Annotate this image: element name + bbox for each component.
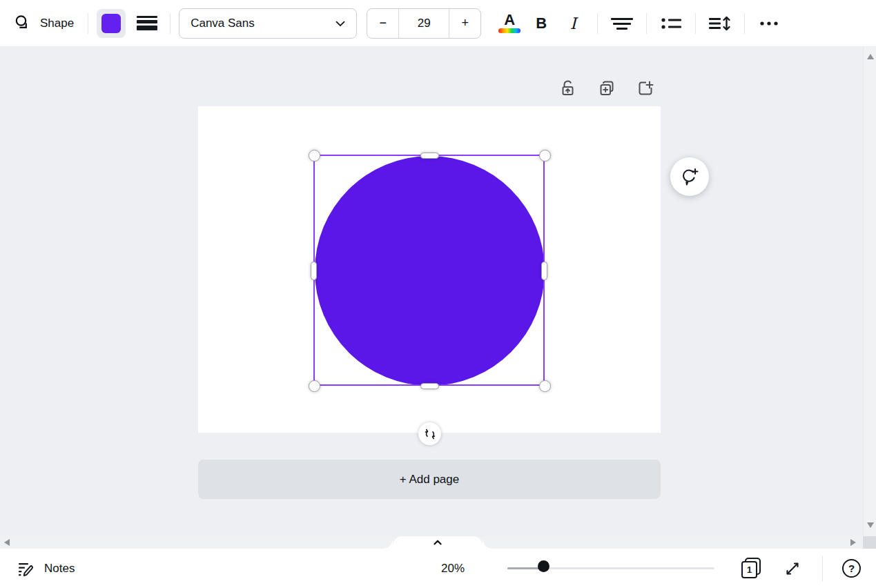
- top-toolbar: Shape Canva Sans − 29 + A B I: [0, 0, 876, 47]
- duplicate-page-icon: [598, 79, 616, 97]
- unlock-icon: [559, 79, 577, 97]
- border-weight-button[interactable]: [133, 8, 162, 39]
- resize-handle-top-left[interactable]: [309, 150, 320, 161]
- canvas-area[interactable]: + Add page: [0, 47, 876, 549]
- page-count-button[interactable]: 1: [740, 556, 763, 580]
- duplicate-page-button[interactable]: [598, 79, 616, 97]
- zoom-percent-label: 20%: [441, 562, 465, 576]
- scroll-down-icon[interactable]: [867, 522, 874, 528]
- toolbar-divider: [170, 13, 171, 34]
- toolbar-divider: [597, 13, 598, 34]
- help-button[interactable]: ?: [842, 559, 861, 578]
- resize-handle-bottom[interactable]: [420, 383, 439, 389]
- add-page-button[interactable]: + Add page: [198, 460, 661, 499]
- question-icon: ?: [848, 562, 855, 574]
- fill-color-swatch: [101, 14, 121, 33]
- line-spacing-button[interactable]: [705, 8, 734, 39]
- add-comment-icon: [679, 166, 700, 187]
- scroll-right-icon[interactable]: [850, 539, 856, 546]
- list-button[interactable]: [656, 8, 685, 39]
- bottom-bar: Notes 20% 1 ?: [0, 549, 876, 588]
- vertical-scrollbar[interactable]: [863, 47, 876, 536]
- fullscreen-icon: [783, 560, 803, 578]
- footer-divider: [822, 556, 823, 581]
- text-color-button[interactable]: A: [495, 8, 524, 39]
- border-weight-icon: [137, 16, 157, 30]
- resize-handle-top-right[interactable]: [539, 150, 551, 161]
- resize-handle-bottom-right[interactable]: [539, 380, 551, 392]
- font-size-decrease-button[interactable]: −: [367, 9, 398, 38]
- chevron-down-icon: [333, 16, 348, 31]
- font-selector-value: Canva Sans: [191, 17, 255, 30]
- more-options-button[interactable]: [755, 8, 783, 39]
- fullscreen-button[interactable]: [783, 559, 803, 578]
- resize-handle-top[interactable]: [420, 153, 439, 159]
- font-size-value[interactable]: 29: [398, 9, 449, 38]
- scrollbar-corner: [863, 536, 876, 549]
- font-size-control: − 29 +: [367, 8, 481, 39]
- toolbar-divider: [88, 13, 88, 34]
- font-size-increase-button[interactable]: +: [449, 9, 480, 38]
- selected-circle-shape[interactable]: [315, 156, 545, 386]
- align-center-icon: [611, 14, 633, 32]
- toolbar-divider: [744, 13, 745, 34]
- resize-handle-right[interactable]: [541, 262, 547, 280]
- rainbow-underline: [498, 28, 520, 33]
- rotate-handle[interactable]: [418, 422, 441, 445]
- shape-button[interactable]: Shape: [8, 8, 79, 39]
- alignment-button[interactable]: [607, 8, 636, 39]
- bold-button[interactable]: B: [527, 8, 556, 39]
- add-page-icon-button[interactable]: [636, 79, 654, 97]
- font-selector[interactable]: Canva Sans: [179, 8, 357, 39]
- ellipsis-icon: [759, 14, 779, 32]
- notes-button[interactable]: Notes: [12, 556, 79, 582]
- shape-button-label: Shape: [40, 17, 74, 30]
- italic-button[interactable]: I: [558, 8, 587, 39]
- notes-pencil-icon: [17, 560, 35, 578]
- zoom-slider-thumb[interactable]: [538, 560, 549, 572]
- scroll-left-icon[interactable]: [4, 539, 10, 546]
- resize-handle-bottom-left[interactable]: [309, 380, 320, 392]
- scroll-up-icon[interactable]: [867, 54, 874, 59]
- shape-icon: [14, 14, 32, 32]
- toolbar-divider: [695, 13, 696, 34]
- rotate-icon: [424, 428, 436, 440]
- add-page-icon: [636, 79, 654, 97]
- notes-label: Notes: [44, 562, 75, 576]
- add-comment-button[interactable]: [670, 157, 709, 196]
- page-number-badge: 1: [741, 561, 757, 578]
- page-controls: [559, 79, 654, 97]
- resize-handle-left[interactable]: [311, 262, 317, 280]
- lock-button[interactable]: [559, 79, 577, 97]
- line-spacing-icon: [709, 14, 731, 32]
- text-color-letter: A: [504, 13, 515, 27]
- toolbar-divider: [646, 13, 647, 34]
- fill-color-button[interactable]: [97, 9, 126, 38]
- bullet-list-icon: [661, 14, 681, 32]
- chevron-up-icon: [431, 536, 444, 549]
- collapse-bar-tab[interactable]: [393, 536, 483, 549]
